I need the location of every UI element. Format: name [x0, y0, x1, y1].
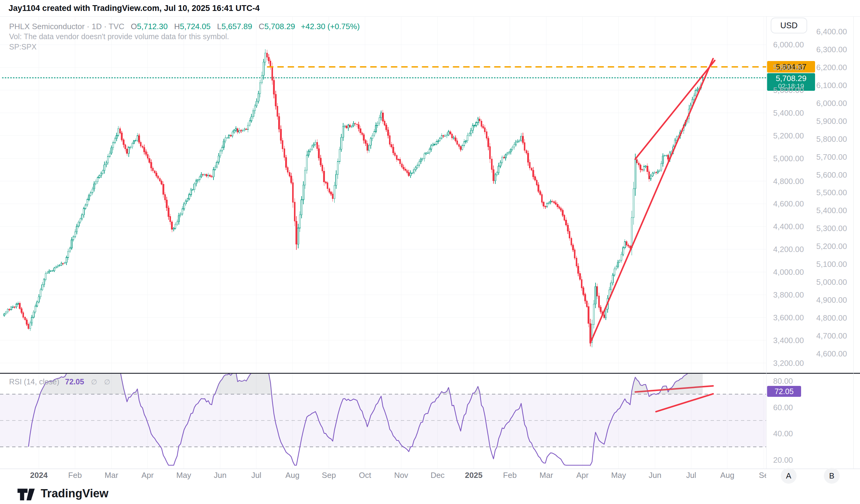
rsi-tick: 20.00 — [773, 456, 793, 465]
time-axis-label: 2025 — [459, 471, 489, 480]
high-value: 5,724.05 — [180, 22, 211, 31]
price-tick-primary: 4,800.00 — [773, 177, 804, 186]
price-tick-secondary: 5,000.00 — [816, 277, 847, 287]
hidden-series-icon[interactable]: ∅ — [104, 378, 110, 386]
volume-note: Vol: The data vendor doesn't provide vol… — [9, 32, 229, 41]
price-tick-primary: 4,400.00 — [773, 222, 804, 231]
rsi-indicator-legend[interactable]: RSI (14, close) 72.05 ∅ ∅ — [9, 377, 110, 386]
time-axis-label: May — [169, 471, 199, 480]
rsi-tick: 60.00 — [773, 403, 793, 412]
close-key: C — [259, 22, 264, 31]
price-tick-secondary: 5,200.00 — [816, 242, 847, 251]
price-tick-primary: 5,600.00 — [773, 86, 804, 95]
header-separator — [0, 16, 860, 17]
close-value: 5,708.29 — [264, 22, 295, 31]
time-axis-label: Aug — [712, 471, 743, 480]
price-tick-secondary: 5,900.00 — [816, 117, 847, 126]
price-tick-secondary: 4,800.00 — [816, 313, 847, 323]
rsi-value: 72.05 — [775, 387, 794, 396]
price-tick-secondary: 6,400.00 — [816, 27, 847, 37]
price-tick-primary: 6,000.00 — [773, 40, 804, 49]
price-tick-secondary: 5,300.00 — [816, 224, 847, 233]
hidden-series-icon[interactable]: ∅ — [91, 378, 97, 386]
open-value: 5,712.30 — [137, 22, 168, 31]
price-tick-primary: 5,000.00 — [773, 154, 804, 163]
price-tick-secondary: 5,100.00 — [816, 260, 847, 269]
price-tick-secondary: 6,200.00 — [816, 63, 847, 72]
price-tick-primary: 3,200.00 — [773, 359, 804, 368]
price-tick-primary: 4,200.00 — [773, 245, 804, 254]
low-value: 5,657.89 — [221, 22, 252, 31]
price-tick-secondary: 6,000.00 — [816, 99, 847, 108]
attribution-text: Jay1104 created with TradingView.com, Ju… — [9, 4, 260, 13]
time-axis-label: Aug — [277, 471, 307, 480]
symbol-legend[interactable]: PHLX Semiconductor · 1D · TVC O5,712.30 … — [9, 22, 360, 31]
rsi-tick: 40.00 — [773, 429, 793, 438]
price-tick-primary: 3,800.00 — [773, 290, 804, 300]
rsi-title: RSI (14, close) — [9, 377, 59, 386]
time-axis-label: Feb — [60, 471, 90, 480]
low-key: L — [217, 22, 221, 31]
overlay-symbol-legend[interactable]: SP:SPX — [9, 43, 37, 51]
time-axis-label: May — [603, 471, 634, 480]
price-tick-secondary: 5,700.00 — [816, 153, 847, 162]
symbol-title: PHLX Semiconductor · 1D · TVC — [9, 22, 125, 31]
price-tick-secondary: 6,300.00 — [816, 45, 847, 54]
time-axis-label: Nov — [386, 471, 416, 480]
price-tick-primary: 4,000.00 — [773, 268, 804, 277]
range-point-button-a[interactable]: A — [781, 468, 797, 484]
candlestick-chart[interactable] — [0, 0, 860, 504]
price-tick-primary: 5,200.00 — [773, 131, 804, 141]
tradingview-logo-text: TradingView — [41, 487, 109, 500]
rsi-tick: 80.00 — [773, 376, 793, 386]
price-tick-secondary: 5,500.00 — [816, 188, 847, 197]
time-axis-label: Jun — [640, 471, 670, 480]
time-axis-label: Dec — [422, 471, 453, 480]
time-axis-label: Mar — [531, 471, 561, 480]
price-tick-primary: 3,600.00 — [773, 313, 804, 322]
price-scale-border — [766, 16, 766, 469]
rsi-value-label: 72.05 — [767, 386, 801, 397]
rsi-legend-value: 72.05 — [65, 377, 84, 386]
tradingview-chart-window: Jay1104 created with TradingView.com, Ju… — [0, 0, 860, 504]
time-axis-label: Jun — [205, 471, 235, 480]
price-tick-primary: 5,400.00 — [773, 109, 804, 118]
secondary-scale-border — [853, 16, 854, 469]
price-tick-primary: 3,400.00 — [773, 336, 804, 345]
tradingview-logo-icon — [16, 486, 36, 500]
time-axis-label: 2024 — [24, 471, 54, 480]
time-axis[interactable]: 2024FebMarAprMayJunJulAugSepOctNovDec202… — [0, 471, 766, 483]
last-price-value: 5,708.29 — [776, 74, 806, 83]
time-axis-label: Oct — [350, 471, 380, 480]
time-axis-label: Se — [748, 471, 766, 480]
high-key: H — [174, 22, 180, 31]
price-tick-secondary: 5,800.00 — [816, 134, 847, 144]
currency-toggle-button[interactable]: USD — [771, 18, 807, 33]
time-axis-label: Mar — [96, 471, 127, 480]
price-tick-secondary: 5,400.00 — [816, 206, 847, 215]
price-tick-secondary: 4,900.00 — [816, 296, 847, 305]
price-tick-secondary: 5,600.00 — [816, 170, 847, 180]
price-tick-primary: 4,600.00 — [773, 199, 804, 208]
price-tick-primary: 5,800.00 — [773, 63, 804, 72]
time-axis-label: Feb — [495, 471, 525, 480]
time-axis-label: Apr — [132, 471, 163, 480]
time-axis-label: Apr — [567, 471, 598, 480]
price-tick-secondary: 4,700.00 — [816, 331, 847, 341]
open-key: O — [131, 22, 137, 31]
time-axis-label: Sep — [314, 471, 344, 480]
price-tick-secondary: 6,100.00 — [816, 81, 847, 90]
range-point-button-b[interactable]: B — [824, 468, 840, 484]
price-tick-secondary: 4,600.00 — [816, 349, 847, 359]
time-axis-label: Jul — [241, 471, 272, 480]
time-axis-label: Jul — [676, 471, 706, 480]
change-value: +42.30 (+0.75%) — [301, 22, 360, 31]
tradingview-logo[interactable]: TradingView — [16, 486, 109, 500]
